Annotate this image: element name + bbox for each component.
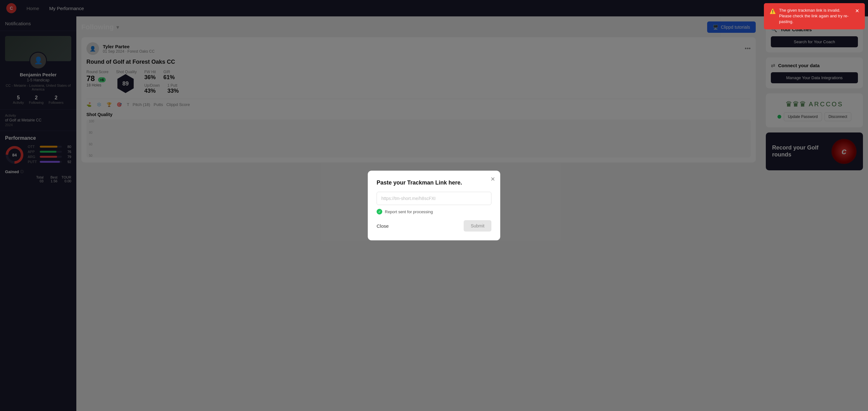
error-toast: ⚠️ The given trackman link is invalid. P… xyxy=(764,3,865,29)
toast-warning-icon: ⚠️ xyxy=(770,8,776,15)
success-text: Report sent for processing xyxy=(385,210,433,214)
trackman-modal: Paste your Trackman Link here. ✕ ✓ Repor… xyxy=(368,171,500,240)
trackman-link-input[interactable] xyxy=(377,192,491,205)
modal-title: Paste your Trackman Link here. xyxy=(377,180,491,186)
modal-success-message: ✓ Report sent for processing xyxy=(377,209,491,215)
toast-close-button[interactable]: ✕ xyxy=(855,7,859,14)
modal-overlay[interactable]: Paste your Trackman Link here. ✕ ✓ Repor… xyxy=(0,0,868,411)
success-check-icon: ✓ xyxy=(377,209,382,215)
modal-actions: Close Submit xyxy=(377,220,491,231)
modal-close-button[interactable]: Close xyxy=(377,223,389,229)
modal-close-icon-button[interactable]: ✕ xyxy=(491,176,495,183)
toast-message: The given trackman link is invalid. Plea… xyxy=(779,7,852,25)
modal-submit-button[interactable]: Submit xyxy=(464,220,491,231)
